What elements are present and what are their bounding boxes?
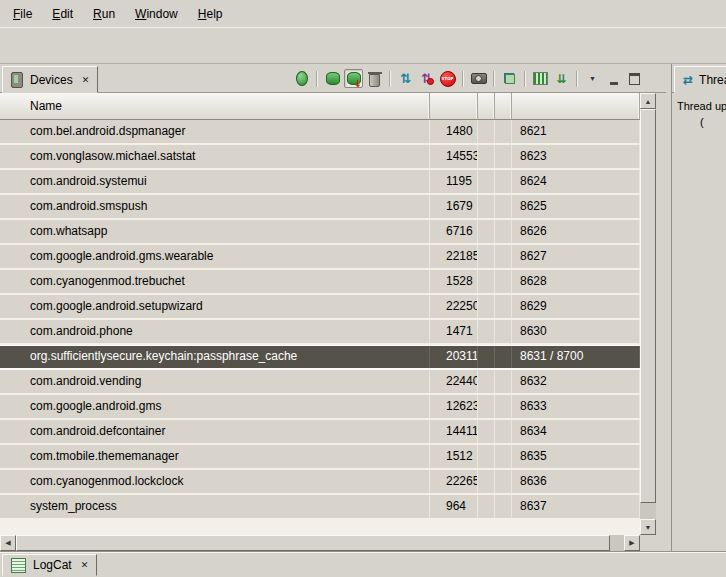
process-row[interactable]: com.android.phone 1471 8630 bbox=[0, 320, 640, 345]
tracer-icon[interactable] bbox=[552, 69, 571, 88]
process-pid: 14411 bbox=[430, 420, 478, 443]
scroll-up-icon[interactable]: ▲ bbox=[640, 93, 656, 109]
menu-item-window[interactable]: Window bbox=[126, 4, 187, 24]
toolbar-separator bbox=[576, 71, 578, 87]
process-row[interactable]: com.cyanogenmod.trebuchet 1528 8628 bbox=[0, 270, 640, 295]
menu-item-file[interactable]: File bbox=[4, 4, 41, 24]
process-row[interactable]: com.bel.android.dspmanager 1480 8621 bbox=[0, 120, 640, 145]
devices-tab-close-icon[interactable]: ✕ bbox=[82, 75, 90, 85]
threads-icon: ⇄ bbox=[683, 73, 693, 87]
tab-devices[interactable]: Devices ✕ bbox=[2, 66, 98, 93]
process-col3 bbox=[478, 295, 495, 318]
process-row[interactable]: com.android.systemui 1195 8624 bbox=[0, 170, 640, 195]
process-pid: 22250 bbox=[430, 295, 478, 318]
column-header-4[interactable] bbox=[495, 93, 512, 119]
process-name: org.sufficientlysecure.keychain:passphra… bbox=[0, 346, 430, 368]
process-pid: 12623 bbox=[430, 395, 478, 418]
process-pid: 14553 bbox=[430, 145, 478, 168]
process-port: 8631 / 8700 bbox=[512, 346, 640, 368]
gc-icon[interactable] bbox=[365, 69, 384, 88]
process-col4 bbox=[495, 195, 512, 218]
process-port: 8634 bbox=[512, 420, 640, 443]
menubar: File Edit Run Window Help bbox=[0, 0, 726, 27]
process-row[interactable]: com.vonglasow.michael.satstat 14553 8623 bbox=[0, 145, 640, 170]
android-device-monitor-window: File Edit Run Window Help Devices ✕ Name bbox=[0, 0, 726, 577]
logcat-tab-close-icon[interactable]: ✕ bbox=[81, 560, 89, 570]
process-pid: 1480 bbox=[430, 120, 478, 143]
process-pid: 1528 bbox=[430, 270, 478, 293]
process-row[interactable]: com.android.smspush 1679 8625 bbox=[0, 195, 640, 220]
process-col3 bbox=[478, 195, 495, 218]
process-col3 bbox=[478, 170, 495, 193]
process-col4 bbox=[495, 220, 512, 243]
process-col3 bbox=[478, 245, 495, 268]
process-col4 bbox=[495, 395, 512, 418]
menu-item-help[interactable]: Help bbox=[189, 4, 232, 24]
process-row[interactable]: com.google.android.gms 12623 8633 bbox=[0, 395, 640, 420]
process-row[interactable]: com.whatsapp 6716 8626 bbox=[0, 220, 640, 245]
maximize-icon[interactable] bbox=[625, 69, 644, 88]
threads-panel: ⇄ Threads Thread up ( bbox=[671, 64, 726, 551]
scroll-right-icon[interactable]: ▶ bbox=[624, 535, 640, 551]
minimize-icon[interactable] bbox=[604, 69, 623, 88]
horizontal-scrollbar[interactable]: ◀ ▶ bbox=[0, 535, 640, 551]
process-row[interactable]: com.google.android.gms.wearable 22185 86… bbox=[0, 245, 640, 270]
dump-hprof-icon[interactable] bbox=[344, 69, 363, 88]
process-row[interactable]: com.android.defcontainer 14411 8634 bbox=[0, 420, 640, 445]
profiling-icon[interactable] bbox=[417, 69, 436, 88]
process-col4 bbox=[495, 145, 512, 168]
process-col4 bbox=[495, 170, 512, 193]
process-row[interactable]: com.android.vending 22440 8632 bbox=[0, 370, 640, 395]
horizontal-scroll-thumb[interactable] bbox=[16, 535, 610, 551]
logcat-strip: LogCat ✕ bbox=[0, 551, 726, 577]
update-heap-icon[interactable] bbox=[323, 69, 342, 88]
process-col3 bbox=[478, 395, 495, 418]
process-col4 bbox=[495, 245, 512, 268]
column-header-name[interactable]: Name bbox=[0, 93, 430, 119]
scrollbar-corner bbox=[640, 535, 656, 551]
process-name: com.android.smspush bbox=[0, 195, 430, 218]
device-table-rows: com.bel.android.dspmanager 1480 8621 com… bbox=[0, 120, 640, 535]
vertical-scroll-thumb[interactable] bbox=[640, 109, 656, 503]
process-row[interactable]: org.sufficientlysecure.keychain:passphra… bbox=[0, 345, 640, 370]
process-name: com.bel.android.dspmanager bbox=[0, 120, 430, 143]
stop-icon[interactable] bbox=[438, 69, 457, 88]
process-row[interactable]: system_process 964 8637 bbox=[0, 495, 640, 520]
frames-icon[interactable] bbox=[500, 69, 519, 88]
tab-threads[interactable]: ⇄ Threads bbox=[674, 66, 726, 93]
menu-item-run[interactable]: Run bbox=[84, 4, 124, 24]
update-threads-icon[interactable] bbox=[396, 69, 415, 88]
screenshot-icon[interactable] bbox=[469, 69, 488, 88]
process-col4 bbox=[495, 445, 512, 468]
process-pid: 1679 bbox=[430, 195, 478, 218]
column-header-pid[interactable] bbox=[430, 93, 478, 119]
vertical-scrollbar[interactable]: ▲ ▼ bbox=[640, 93, 656, 535]
debug-icon[interactable] bbox=[292, 69, 311, 88]
process-name: com.whatsapp bbox=[0, 220, 430, 243]
tab-logcat[interactable]: LogCat ✕ bbox=[2, 554, 97, 576]
process-pid: 22265 bbox=[430, 470, 478, 493]
process-port: 8626 bbox=[512, 220, 640, 243]
process-port: 8637 bbox=[512, 495, 640, 518]
threads-tabstrip: ⇄ Threads bbox=[672, 64, 726, 93]
process-pid: 6716 bbox=[430, 220, 478, 243]
process-col3 bbox=[478, 346, 495, 368]
process-pid: 964 bbox=[430, 495, 478, 518]
process-name: com.google.android.gms.wearable bbox=[0, 245, 430, 268]
process-name: com.cyanogenmod.lockclock bbox=[0, 470, 430, 493]
process-col4 bbox=[495, 120, 512, 143]
scroll-down-icon[interactable]: ▼ bbox=[640, 519, 656, 535]
process-col3 bbox=[478, 320, 495, 343]
systrace-icon[interactable] bbox=[531, 69, 550, 88]
menu-item-edit[interactable]: Edit bbox=[43, 4, 82, 24]
process-col3 bbox=[478, 270, 495, 293]
process-row[interactable]: com.tmobile.thememanager 1512 8635 bbox=[0, 445, 640, 470]
column-header-port[interactable] bbox=[512, 93, 640, 119]
process-name: com.android.defcontainer bbox=[0, 420, 430, 443]
view-menu-icon[interactable] bbox=[583, 69, 602, 88]
device-icon bbox=[11, 72, 23, 88]
process-row[interactable]: com.google.android.setupwizard 22250 862… bbox=[0, 295, 640, 320]
process-row[interactable]: com.cyanogenmod.lockclock 22265 8636 bbox=[0, 470, 640, 495]
scroll-left-icon[interactable]: ◀ bbox=[0, 535, 16, 551]
column-header-3[interactable] bbox=[478, 93, 495, 119]
